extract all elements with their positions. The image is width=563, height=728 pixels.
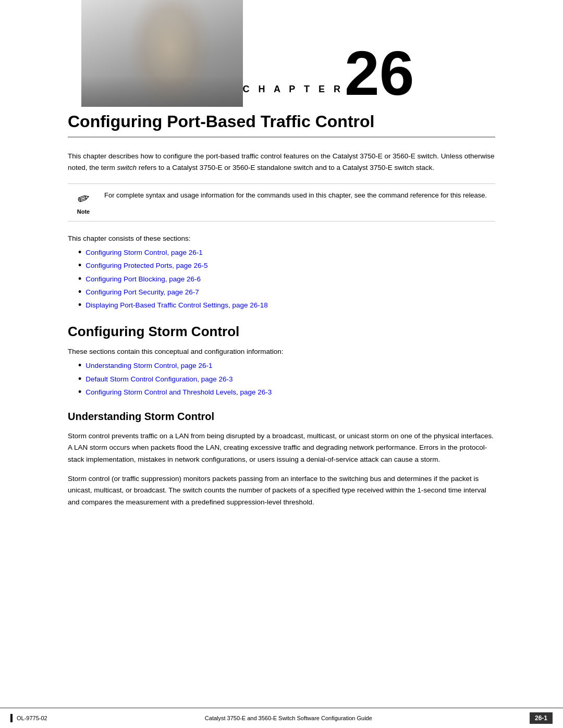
intro-paragraph: This chapter describes how to configure … <box>68 151 495 173</box>
toc-list: • Configuring Storm Control, page 26-1 •… <box>78 248 495 311</box>
toc-link-4[interactable]: Configuring Port Security, page 26-7 <box>85 287 199 298</box>
bullet-dot: • <box>78 274 81 285</box>
note-box: ✏ Note For complete syntax and usage inf… <box>68 183 495 221</box>
footer-left: OL-9775-02 <box>10 714 47 722</box>
page-title: Configuring Port-Based Traffic Control <box>68 112 495 131</box>
section1-link-3[interactable]: Configuring Storm Control and Threshold … <box>85 387 272 398</box>
section1-link-2[interactable]: Default Storm Control Configuration, pag… <box>85 374 232 385</box>
main-title-section: Configuring Port-Based Traffic Control <box>0 112 563 138</box>
list-item: • Displaying Port-Based Traffic Control … <box>78 300 495 311</box>
list-item: • Understanding Storm Control, page 26-1 <box>78 361 495 371</box>
section1-intro: These sections contain this conceptual a… <box>68 348 495 355</box>
note-text: For complete syntax and usage informatio… <box>104 190 495 201</box>
section1-link-1[interactable]: Understanding Storm Control, page 26-1 <box>85 361 212 371</box>
section1-list: • Understanding Storm Control, page 26-1… <box>78 361 495 398</box>
chapter-image <box>81 0 243 107</box>
list-item: • Configuring Protected Ports, page 26-5 <box>78 261 495 271</box>
list-item: • Configuring Storm Control and Threshol… <box>78 387 495 398</box>
chapter-badge: C H A P T E R 26 <box>243 42 414 107</box>
footer-title: Catalyst 3750-E and 3560-E Switch Softwa… <box>205 715 372 721</box>
bullet-dot: • <box>78 387 81 398</box>
section2-heading: Understanding Storm Control <box>68 411 495 423</box>
bullet-dot: • <box>78 361 81 371</box>
toc-link-2[interactable]: Configuring Protected Ports, page 26-5 <box>85 261 207 271</box>
note-icon-area: ✏ Note <box>68 190 99 215</box>
bullet-dot: • <box>78 287 81 298</box>
toc-link-3[interactable]: Configuring Port Blocking, page 26-6 <box>85 274 201 285</box>
toc-intro: This chapter consists of these sections: <box>68 235 495 242</box>
footer-doc-id: OL-9775-02 <box>17 715 47 721</box>
bullet-dot: • <box>78 300 81 311</box>
note-label: Note <box>77 208 90 215</box>
chapter-word-label: C H A P T E R <box>243 84 344 104</box>
note-pencil-icon: ✏ <box>75 189 92 209</box>
bullet-dot: • <box>78 248 81 258</box>
list-item: • Default Storm Control Configuration, p… <box>78 374 495 385</box>
page-container: C H A P T E R 26 Configuring Port-Based … <box>0 0 563 728</box>
list-item: • Configuring Port Security, page 26-7 <box>78 287 495 298</box>
bullet-dot: • <box>78 261 81 271</box>
section2-paragraph2: Storm control (or traffic suppression) m… <box>68 473 495 508</box>
page-footer: OL-9775-02 Catalyst 3750-E and 3560-E Sw… <box>0 708 563 728</box>
title-divider <box>68 137 495 138</box>
section2-paragraph1: Storm control prevents traffic on a LAN … <box>68 430 495 465</box>
toc-link-5[interactable]: Displaying Port-Based Traffic Control Se… <box>85 300 267 311</box>
content-area: This chapter describes how to configure … <box>0 151 563 508</box>
list-item: • Configuring Port Blocking, page 26-6 <box>78 274 495 285</box>
footer-page-number: 26-1 <box>530 712 553 724</box>
toc-link-1[interactable]: Configuring Storm Control, page 26-1 <box>85 248 202 258</box>
chapter-number: 26 <box>345 42 414 104</box>
chapter-header: C H A P T E R 26 <box>0 0 563 107</box>
footer-center: Catalyst 3750-E and 3560-E Switch Softwa… <box>205 715 372 721</box>
bullet-dot: • <box>78 374 81 385</box>
section1-heading: Configuring Storm Control <box>68 324 495 340</box>
footer-left-bar <box>10 714 13 722</box>
list-item: • Configuring Storm Control, page 26-1 <box>78 248 495 258</box>
